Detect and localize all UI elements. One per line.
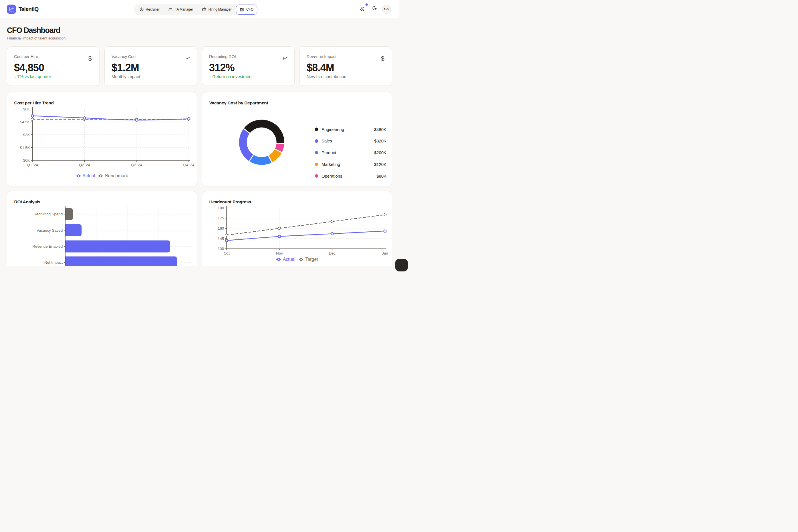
svg-text:Jan: Jan [382, 251, 388, 255]
svg-text:$4.5K: $4.5K [20, 120, 30, 124]
svg-text:Revenue Enabled: Revenue Enabled [32, 244, 63, 249]
svg-text:$1.5K: $1.5K [20, 146, 30, 150]
svg-text:Q3 '24: Q3 '24 [131, 163, 142, 167]
svg-text:Net Impact: Net Impact [44, 260, 63, 265]
svg-text:130: 130 [218, 247, 224, 251]
svg-text:Oct: Oct [224, 251, 230, 255]
svg-text:190: 190 [218, 206, 224, 210]
svg-text:$0K: $0K [23, 158, 30, 163]
svg-text:145: 145 [218, 236, 224, 241]
svg-text:Dec: Dec [329, 251, 336, 255]
svg-text:$3K: $3K [23, 133, 30, 137]
svg-text:160: 160 [218, 226, 224, 230]
svg-text:Q4 '24: Q4 '24 [183, 163, 194, 167]
svg-text:$6K: $6K [23, 107, 30, 111]
svg-text:Nov: Nov [276, 251, 283, 255]
svg-text:Recruiting Spend: Recruiting Spend [34, 212, 63, 216]
svg-text:Q2 '24: Q2 '24 [79, 163, 90, 167]
svg-text:Q1 '24: Q1 '24 [27, 163, 38, 167]
svg-text:Vacancy Saved: Vacancy Saved [37, 228, 63, 232]
svg-text:175: 175 [218, 216, 224, 220]
